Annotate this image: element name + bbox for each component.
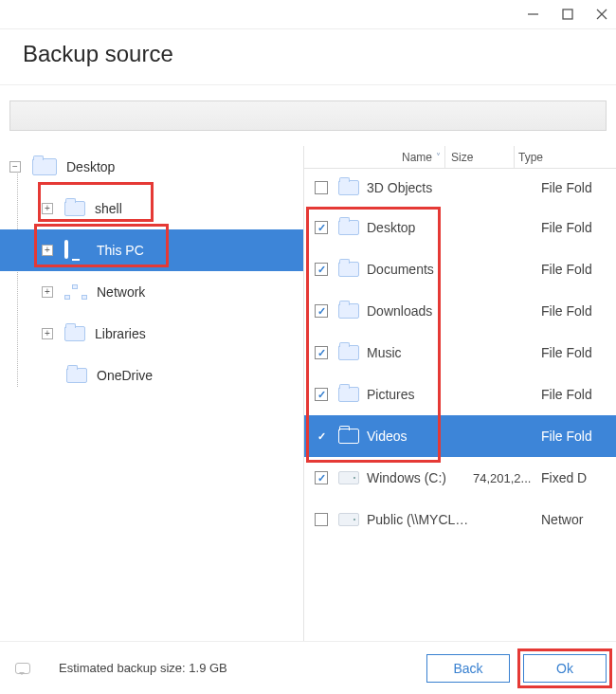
tree-item-label: OneDrive (97, 368, 153, 383)
estimated-size: Estimated backup size: 1.9 GB (59, 661, 227, 675)
item-name: Pictures (367, 387, 473, 402)
list-header: Name ˅ Size Type (304, 146, 616, 169)
pathbar-container (0, 85, 616, 146)
tree-item-desktop[interactable]: − Desktop (0, 146, 303, 188)
tree-item-label: Libraries (95, 326, 146, 341)
column-header-size[interactable]: Size (445, 151, 514, 164)
checkbox[interactable] (315, 471, 328, 484)
checkbox[interactable] (315, 388, 328, 401)
item-type: Fixed D (541, 470, 616, 485)
item-type: File Fold (541, 220, 616, 235)
tree-pane: − Desktop + shell + This PC (0, 146, 303, 641)
drive-icon (338, 513, 359, 526)
checkbox[interactable] (315, 181, 328, 194)
titlebar (0, 0, 616, 28)
tree-item-this-pc[interactable]: + This PC (0, 229, 303, 271)
item-type: File Fold (541, 262, 616, 277)
tree-item-label: Network (97, 284, 145, 300)
checkbox[interactable] (315, 304, 328, 318)
network-icon (64, 284, 87, 300)
checkbox[interactable] (315, 513, 328, 526)
checkbox[interactable] (315, 346, 328, 359)
folder-icon (338, 262, 359, 277)
folder-icon (338, 387, 359, 402)
back-button[interactable]: Back (426, 654, 510, 683)
item-name: Videos (367, 429, 473, 444)
item-name: Public (\\MYCLO... (367, 512, 473, 527)
list-row[interactable]: Windows (C:)74,201,2...Fixed D (304, 457, 616, 499)
folder-icon (32, 158, 57, 175)
tree-item-label: This PC (97, 243, 144, 258)
list-row[interactable]: VideosFile Fold (304, 415, 616, 457)
item-name: Desktop (367, 220, 473, 235)
body: − Desktop + shell + This PC (0, 146, 616, 641)
expander-icon[interactable]: + (42, 245, 53, 256)
folder-icon (338, 303, 359, 319)
list-row[interactable]: MusicFile Fold (304, 332, 616, 374)
folder-icon (66, 368, 87, 383)
expander-icon[interactable]: + (42, 203, 53, 214)
item-name: Documents (367, 262, 473, 277)
tree-item-shell[interactable]: + shell (0, 188, 303, 229)
backup-source-window: Backup source − Desktop (0, 0, 616, 694)
column-header-type[interactable]: Type (515, 151, 616, 164)
pc-icon (64, 242, 87, 259)
folder-icon (64, 326, 85, 341)
folder-icon (338, 345, 359, 360)
folder-icon (338, 180, 359, 195)
list-row[interactable]: PicturesFile Fold (304, 374, 616, 415)
tree-item-label: shell (95, 201, 122, 216)
list-row[interactable]: DocumentsFile Fold (304, 248, 616, 290)
drive-icon (338, 471, 359, 484)
checkbox[interactable] (315, 263, 328, 276)
tree-item-label: Desktop (66, 159, 115, 174)
item-name: Downloads (367, 303, 473, 319)
item-type: Networ (541, 512, 616, 527)
path-input[interactable] (9, 100, 607, 131)
comment-icon[interactable] (15, 663, 30, 674)
item-name: Music (367, 345, 473, 360)
close-button[interactable] (595, 8, 608, 21)
tree-item-libraries[interactable]: + Libraries (0, 313, 303, 355)
item-name: 3D Objects (367, 180, 473, 195)
column-label: Name (402, 151, 432, 164)
item-type: File Fold (541, 303, 616, 319)
expander-icon[interactable]: − (9, 161, 21, 173)
folder-icon (64, 201, 85, 216)
tree-item-onedrive[interactable]: OneDrive (0, 355, 303, 396)
minimize-button[interactable] (527, 8, 540, 21)
footer: Estimated backup size: 1.9 GB Back Ok (0, 641, 616, 694)
item-size: 74,201,2... (473, 471, 541, 485)
checkbox[interactable] (315, 221, 328, 234)
maximize-button[interactable] (561, 8, 574, 21)
ok-button[interactable]: Ok (523, 654, 607, 683)
list-body: 3D ObjectsFile FoldDesktopFile FoldDocum… (304, 169, 616, 641)
list-pane: Name ˅ Size Type 3D ObjectsFile FoldDesk… (303, 146, 616, 641)
item-type: File Fold (541, 180, 616, 195)
item-type: File Fold (541, 429, 616, 444)
list-row[interactable]: 3D ObjectsFile Fold (304, 169, 616, 207)
folder-icon (338, 220, 359, 235)
item-name: Windows (C:) (367, 470, 473, 485)
list-row[interactable]: DesktopFile Fold (304, 207, 616, 248)
list-row[interactable]: DownloadsFile Fold (304, 290, 616, 332)
page-title: Backup source (0, 28, 616, 85)
expander-icon[interactable]: + (42, 328, 53, 339)
item-type: File Fold (541, 387, 616, 402)
svg-rect-1 (563, 9, 572, 19)
column-header-name[interactable]: Name ˅ (361, 151, 444, 164)
folder-icon (338, 429, 359, 444)
tree: − Desktop + shell + This PC (0, 146, 303, 396)
expander-icon[interactable]: + (42, 286, 53, 298)
list-row[interactable]: Public (\\MYCLO...Networ (304, 499, 616, 540)
item-type: File Fold (541, 345, 616, 360)
sort-indicator-icon: ˅ (436, 152, 441, 162)
footer-buttons: Back Ok (426, 654, 607, 683)
tree-item-network[interactable]: + Network (0, 271, 303, 313)
checkbox[interactable] (315, 429, 328, 443)
